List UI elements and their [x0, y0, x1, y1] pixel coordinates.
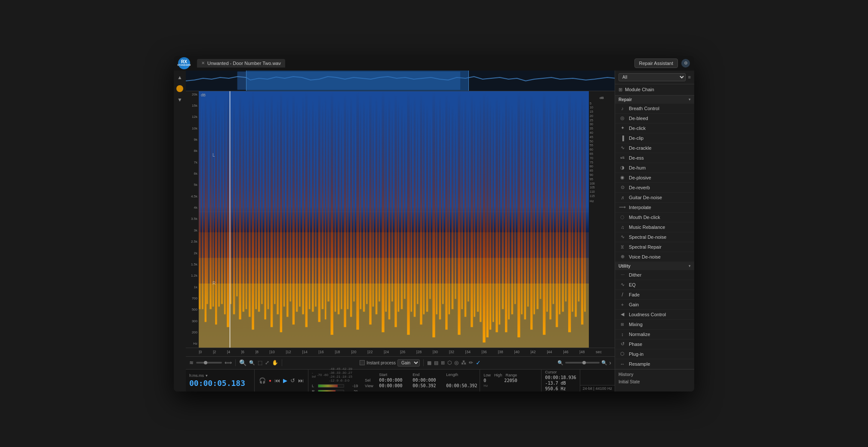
record-icon[interactable]: ●: [268, 377, 272, 384]
history-item-initial[interactable]: Initial State: [619, 379, 691, 385]
zoom-slider[interactable]: [196, 362, 222, 364]
module-item-music-rebalance[interactable]: ♫ Music Rebalance: [615, 222, 694, 232]
cursor-section: Cursor 00:00:18.936 -13.7 dB 950.6 Hz: [542, 370, 580, 392]
module-item-de-clip[interactable]: ▐ De-clip: [615, 133, 694, 143]
module-item-guitar-de-noise[interactable]: ♬ Guitar De-noise: [615, 193, 694, 203]
history-panel: History Initial State: [615, 369, 694, 388]
module-item-fade[interactable]: / Fade: [615, 290, 694, 300]
module-item-de-ess[interactable]: sS De-ess: [615, 153, 694, 163]
de-reverb-label: De-reverb: [629, 185, 650, 190]
zoom-out-icon[interactable]: 🔍: [249, 360, 255, 366]
go-end-icon[interactable]: ⏭: [297, 376, 305, 385]
utility-category-chevron: ▾: [689, 264, 691, 268]
module-chain-button[interactable]: ⊞ Module Chain: [615, 84, 694, 96]
loudness-control-label: Loudness Control: [629, 312, 666, 317]
zoom-slider-thumb[interactable]: [204, 361, 207, 364]
magic-wand-icon[interactable]: ⁂: [461, 360, 466, 366]
module-item-de-crackle[interactable]: ∿ De-crackle: [615, 143, 694, 153]
de-ess-label: De-ess: [629, 155, 644, 160]
zoom-in-icon[interactable]: 🔍: [239, 359, 246, 366]
gain-label: Gain: [629, 302, 639, 307]
go-start-icon[interactable]: ⏮: [274, 376, 281, 385]
mouth-de-click-label: Mouth De-click: [629, 215, 660, 220]
selection-tool-icon[interactable]: ⬡: [447, 360, 452, 366]
settings-icon[interactable]: ⚙: [681, 59, 690, 68]
high-hz-value: 22050: [504, 378, 521, 383]
expand-icon[interactable]: ›: [609, 359, 611, 366]
zoom-fit-icon[interactable]: ⟺: [225, 360, 232, 366]
module-filter-select[interactable]: All: [619, 73, 686, 81]
module-item-gain[interactable]: + Gain: [615, 300, 694, 310]
utility-category-header[interactable]: Utility ▾: [615, 262, 694, 270]
repair-category-header[interactable]: Repair ▾: [615, 96, 694, 104]
module-item-de-hum[interactable]: ◑ De-hum: [615, 163, 694, 173]
module-chain-label: Module Chain: [625, 87, 654, 92]
module-item-resample[interactable]: ↔ Resample: [615, 359, 694, 369]
playback-controls-section: 🎧 ● ⏮ ▶ ↺ ⏭: [255, 370, 308, 392]
module-item-interpolate[interactable]: ⟿ Interpolate: [615, 203, 694, 213]
checkmark-icon[interactable]: ✓: [476, 359, 481, 366]
timecode-section: h:ms.ms ▾ 00:00:05.183: [186, 370, 255, 392]
freq-zoom-thumb[interactable]: [582, 361, 586, 364]
plug-in-icon: ⬡: [619, 351, 625, 357]
de-plosive-label: De-plosive: [629, 175, 651, 180]
play-button[interactable]: ▶: [282, 376, 288, 385]
module-item-loudness-control[interactable]: ◀ Loudness Control: [615, 310, 694, 320]
zoom-in-freq-icon[interactable]: 🔍: [557, 360, 563, 366]
scroll-down-icon[interactable]: ▼: [175, 96, 184, 104]
module-item-breath-control[interactable]: ♪ Breath Control: [615, 104, 694, 114]
de-ess-icon: sS: [619, 155, 625, 161]
waveform-view-icon[interactable]: ≋: [189, 360, 194, 366]
scroll-up-icon[interactable]: ▲: [175, 73, 184, 82]
module-item-de-bleed[interactable]: ◎ De-bleed: [615, 114, 694, 123]
breath-control-label: Breath Control: [629, 106, 659, 111]
loop-icon[interactable]: ↺: [289, 376, 296, 385]
module-item-de-plosive[interactable]: ◉ De-plosive: [615, 173, 694, 183]
timecode-dropdown-icon[interactable]: ▾: [206, 373, 208, 378]
spectral-de-noise-label: Spectral De-noise: [629, 234, 666, 240]
view-toggle-1[interactable]: ▦: [427, 360, 431, 366]
file-tab[interactable]: ✕ Unwanted - Door Number Two.wav: [197, 59, 285, 68]
module-item-eq[interactable]: ∿ EQ: [615, 280, 694, 290]
module-item-de-reverb[interactable]: ⊙ De-reverb: [615, 183, 694, 193]
pencil-icon[interactable]: ✏: [469, 360, 473, 366]
tab-filename: Unwanted - Door Number Two.wav: [207, 61, 281, 66]
view-toggle-3[interactable]: ⊞: [441, 360, 445, 366]
waveform-overview[interactable]: [186, 71, 615, 91]
module-item-dither[interactable]: ⋯ Dither: [615, 270, 694, 280]
module-chain-icon: ⊞: [619, 87, 622, 92]
loudness-control-icon: ◀: [619, 311, 625, 318]
waveform-canvas: [186, 71, 615, 91]
spectrogram-container[interactable]: 20k 15k 12k 10k 9k 8k 7k 6k 5k 4.5k 4k 3…: [186, 91, 615, 348]
repair-assistant-button[interactable]: Repair Assistant: [634, 59, 678, 68]
module-item-spectral-de-noise[interactable]: ∿ Spectral De-noise: [615, 232, 694, 242]
lasso-tool-icon[interactable]: ◎: [454, 360, 459, 366]
list-view-icon[interactable]: ≡: [688, 74, 691, 80]
music-rebalance-icon: ♫: [619, 224, 625, 230]
zoom-selection-icon[interactable]: ⬚: [258, 360, 262, 366]
instant-process-checkbox[interactable]: [360, 360, 365, 365]
zoom-full-icon[interactable]: ⤢: [265, 360, 269, 366]
module-item-normalize[interactable]: ↕ Normalize: [615, 330, 694, 339]
gain-select[interactable]: Gain: [397, 359, 420, 367]
module-item-mixing[interactable]: ⊞ Mixing: [615, 320, 694, 330]
waveform-selection[interactable]: [246, 71, 469, 91]
app-container: RX STANDARD ✕ Unwanted - Door Number Two…: [174, 56, 694, 392]
resample-icon: ↔: [619, 361, 625, 367]
pan-tool-icon[interactable]: ✋: [272, 360, 278, 366]
normalize-label: Normalize: [629, 332, 650, 337]
freq-zoom-slider[interactable]: [565, 362, 600, 364]
module-item-spectral-repair[interactable]: ⧖ Spectral Repair: [615, 242, 694, 252]
spectrogram-display[interactable]: dB L R: [199, 91, 589, 348]
module-item-plug-in[interactable]: ⬡ Plug-in: [615, 349, 694, 359]
module-item-mouth-de-click[interactable]: ◌ Mouth De-click: [615, 213, 694, 222]
module-item-de-click[interactable]: ✦ De-click: [615, 123, 694, 133]
zoom-out-freq-icon[interactable]: 🔍: [601, 360, 607, 366]
tab-close-icon[interactable]: ✕: [201, 61, 205, 65]
view-toggle-2[interactable]: ▤: [434, 360, 438, 366]
module-item-voice-de-noise[interactable]: ⊕ Voice De-noise: [615, 252, 694, 262]
meter-peak-R: -21: [346, 389, 358, 392]
headphones-icon[interactable]: 🎧: [258, 376, 267, 385]
fade-label: Fade: [629, 292, 640, 297]
module-item-phase[interactable]: ↺ Phase: [615, 339, 694, 349]
